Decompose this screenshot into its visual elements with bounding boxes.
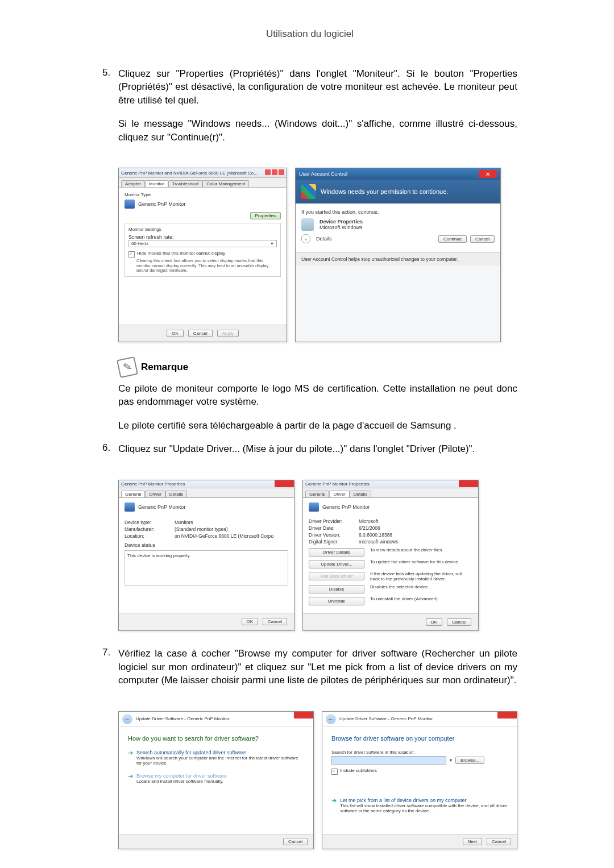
tab-driver[interactable]: Driver xyxy=(145,491,165,497)
cancel-button[interactable]: Cancel xyxy=(447,618,471,626)
close-icon[interactable] xyxy=(459,480,478,487)
uninstall-button[interactable]: Uninstall xyxy=(309,597,364,605)
arrow-icon: ➔ xyxy=(128,773,133,784)
option-search-auto[interactable]: ➔ Search automatically for updated drive… xyxy=(128,750,304,766)
breadcrumb: Update Driver Software - Generic PnP Mon… xyxy=(136,716,229,721)
option-let-me-pick[interactable]: ➔ Let me pick from a list of device driv… xyxy=(331,798,508,814)
manufacturer-value: (Standard monitor types) xyxy=(175,526,228,532)
include-subfolders-label: Include subfolders xyxy=(340,768,377,773)
monitor-icon xyxy=(309,502,319,512)
chevron-down-icon[interactable]: ⌄ xyxy=(301,234,310,243)
step6-text-1: Cliquez sur "Update Driver... (Mise à jo… xyxy=(118,442,517,455)
step-number: 6. xyxy=(102,442,118,466)
close-icon[interactable] xyxy=(497,712,517,719)
uac-details[interactable]: Details xyxy=(316,236,332,242)
option-browse-computer[interactable]: ➔ Browse my computer for driver software… xyxy=(128,773,304,784)
refresh-rate-label: Screen refresh rate: xyxy=(128,234,277,240)
apply-button[interactable]: Apply xyxy=(217,330,239,337)
properties-driver-window: Generic PnP Monitor Properties General D… xyxy=(302,480,479,632)
tab-general[interactable]: General xyxy=(305,491,329,497)
remark-text-1: Ce pilote de moniteur comporte le logo M… xyxy=(118,382,517,409)
hide-modes-label: Hide modes that this monitor cannot disp… xyxy=(137,251,225,256)
ok-button[interactable]: OK xyxy=(167,330,184,337)
cancel-button[interactable]: Cancel xyxy=(188,330,213,337)
back-icon[interactable]: ← xyxy=(326,714,336,724)
chevron-down-icon: ▼ xyxy=(270,242,274,246)
page-title: Utilisation du logiciel xyxy=(102,28,517,40)
cancel-button[interactable]: Cancel xyxy=(263,618,287,625)
location-value: on NVIDIA GeForce 6600 LE (Microsoft Cor… xyxy=(175,533,273,539)
close-icon[interactable] xyxy=(294,712,313,719)
search-location-label: Search for driver software in this locat… xyxy=(331,750,508,755)
close-icon[interactable] xyxy=(279,169,284,175)
disable-button[interactable]: Disable xyxy=(309,585,364,593)
minimize-icon[interactable] xyxy=(265,169,271,175)
driver-details-button[interactable]: Driver Details xyxy=(309,548,364,556)
update-driver-button[interactable]: Update Driver... xyxy=(309,560,364,568)
close-icon[interactable]: ✕ xyxy=(479,170,497,178)
device-status-box: This device is working properly. xyxy=(125,550,288,585)
arrow-icon: ➔ xyxy=(128,750,133,766)
date-value: 6/21/2006 xyxy=(359,525,380,531)
update-wizard-search-window: ← Update Driver Software - Generic PnP M… xyxy=(118,711,314,849)
step-number: 5. xyxy=(102,67,118,154)
tab-details[interactable]: Details xyxy=(350,491,371,497)
properties-button[interactable]: Properties xyxy=(250,212,281,219)
refresh-rate-select[interactable]: 60 Hertz ▼ xyxy=(128,240,277,247)
tab-monitor[interactable]: Monitor xyxy=(145,180,168,187)
window-title: Generic PnP Monitor Properties xyxy=(121,481,185,487)
step5-text-1: Cliquez sur "Properties (Propriétés)" da… xyxy=(118,67,517,107)
arrow-icon: ➔ xyxy=(331,798,337,814)
uac-program-name: Device Properties xyxy=(320,219,363,225)
browse-button[interactable]: Browse... xyxy=(455,757,484,764)
tab-driver[interactable]: Driver xyxy=(329,491,349,497)
uninstall-desc: To uninstall the driver (Advanced). xyxy=(370,597,472,602)
maximize-icon[interactable] xyxy=(272,169,277,175)
note-icon: ✎ xyxy=(117,356,138,378)
ok-button[interactable]: OK xyxy=(426,618,443,626)
tab-color-management[interactable]: Color Management xyxy=(202,180,249,187)
driver-details-desc: To view details about the driver files. xyxy=(370,548,472,553)
cancel-button[interactable]: Cancel xyxy=(470,235,495,243)
location-input[interactable] xyxy=(331,756,446,765)
next-button[interactable]: Next xyxy=(463,838,482,845)
version-value: 6.0.6000.16386 xyxy=(359,532,392,538)
remark-text-2: Le pilote certifié sera téléchargeable à… xyxy=(118,419,517,432)
include-subfolders-checkbox[interactable] xyxy=(331,769,338,775)
window-title: Generic PnP Monitor and NVIDIA GeForce 6… xyxy=(121,171,258,176)
back-icon[interactable]: ← xyxy=(122,714,132,724)
monitor-name: Generic PnP Monitor xyxy=(138,201,185,207)
wizard-heading: Browse for driver software on your compu… xyxy=(331,735,508,742)
device-status-label: Device status xyxy=(125,542,288,548)
location-key: Location: xyxy=(125,533,170,539)
properties-general-window: Generic PnP Monitor Properties General D… xyxy=(118,480,294,632)
hide-modes-checkbox[interactable] xyxy=(128,251,135,258)
cancel-button[interactable]: Cancel xyxy=(283,838,308,845)
monitor-icon xyxy=(125,200,135,209)
monitor-properties-window: Generic PnP Monitor and NVIDIA GeForce 6… xyxy=(118,168,287,342)
cancel-button[interactable]: Cancel xyxy=(487,838,511,845)
option-title: Browse my computer for driver software xyxy=(136,773,227,779)
step7-text-1: Vérifiez la case à cocher "Browse my com… xyxy=(118,647,517,687)
provider-value: Microsoft xyxy=(359,518,378,524)
uac-banner-text: Windows needs your permission to contion… xyxy=(321,188,448,195)
rollback-button[interactable]: Roll Back Driver xyxy=(309,572,364,580)
device-name: Generic PnP Monitor xyxy=(322,504,370,510)
option-desc: Locate and install driver software manua… xyxy=(136,779,227,784)
rollback-desc: If the device fails after updating the d… xyxy=(370,572,472,582)
uac-started-text: If you started this action, continue. xyxy=(301,209,495,215)
continue-button[interactable]: Continue xyxy=(438,235,467,243)
tab-adapter[interactable]: Adapter xyxy=(121,180,145,187)
option-title: Search automatically for updated driver … xyxy=(136,750,304,755)
tab-troubleshoot[interactable]: Troubleshoot xyxy=(168,180,202,187)
device-name: Generic PnP Monitor xyxy=(138,504,185,510)
tab-details[interactable]: Details xyxy=(165,491,187,497)
close-icon[interactable] xyxy=(275,480,294,487)
option-title: Let me pick from a list of device driver… xyxy=(340,798,508,803)
update-wizard-browse-window: ← Update Driver Software - Generic PnP M… xyxy=(322,711,517,849)
remark-title: Remarque xyxy=(141,362,188,373)
tab-general[interactable]: General xyxy=(121,491,145,497)
option-desc: This list will show installed driver sof… xyxy=(340,803,508,813)
ok-button[interactable]: OK xyxy=(242,618,259,625)
disable-desc: Disables the selected device. xyxy=(370,585,472,590)
